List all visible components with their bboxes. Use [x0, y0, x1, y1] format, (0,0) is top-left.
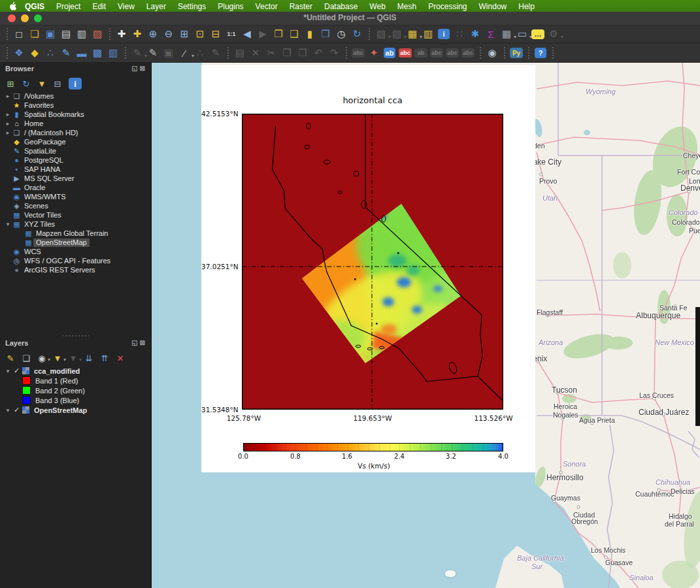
layer-item[interactable]: Band 2 (Green) — [0, 385, 151, 395]
toolbar-handle[interactable] — [525, 46, 531, 59]
layer-item[interactable]: Band 1 (Red) — [0, 376, 151, 385]
digitize-points-icon[interactable]: ∴ — [192, 46, 208, 60]
open-attribute-table-icon[interactable]: ▦ — [405, 27, 420, 41]
new-project-icon[interactable]: □ — [11, 27, 27, 41]
new-print-layout-icon[interactable]: ▤ — [58, 27, 74, 41]
expand-all-layers-icon[interactable]: ⇊ — [82, 352, 95, 364]
save-edits-icon[interactable]: ▣ — [161, 46, 176, 60]
pin-labels-icon[interactable]: ab — [414, 48, 427, 57]
browser-item[interactable]: ▶ MS SQL Server — [0, 174, 151, 183]
browser-item[interactable]: ● PostgreSQL — [0, 155, 151, 165]
browser-item[interactable]: ● ArcGIS REST Servers — [0, 265, 151, 274]
change-label-icon[interactable]: abc — [461, 48, 475, 57]
zoom-next-icon[interactable]: ▶ — [255, 27, 271, 41]
toolbar-handle[interactable] — [343, 46, 349, 59]
filter-legend-icon[interactable]: ▼ — [51, 352, 64, 364]
new-spatial-bookmark-icon[interactable]: ▮ — [302, 27, 318, 41]
field-calculator-icon[interactable]: ▥ — [420, 27, 436, 41]
menu-item[interactable]: View — [112, 2, 141, 11]
browser-item[interactable]: ▸ ▮ Spatial Bookmarks — [0, 110, 151, 119]
expander-icon[interactable]: ▸ — [4, 129, 12, 136]
new-map-view-icon[interactable]: ❐ — [271, 27, 286, 41]
refresh-map-icon[interactable]: ↻ — [349, 27, 365, 41]
highlight-labels-icon[interactable]: abc — [430, 48, 443, 57]
measure-icon[interactable]: ▭ — [514, 27, 530, 41]
menu-item[interactable]: Web — [363, 2, 391, 11]
manage-map-themes-icon[interactable]: ◉ — [35, 352, 48, 364]
select-by-expression-icon[interactable]: ▨ — [389, 27, 405, 41]
filter-by-expression-icon[interactable]: ▼ — [67, 352, 80, 364]
current-edits-icon[interactable]: ✎ — [129, 46, 145, 60]
undo-icon[interactable]: ↶ — [310, 46, 326, 60]
menu-item[interactable]: Settings — [172, 2, 212, 11]
toolbar-handle[interactable] — [122, 46, 128, 59]
processing-toolbox-icon[interactable]: ✱ — [467, 27, 483, 41]
menu-item[interactable]: QGIS — [19, 2, 50, 11]
layer-item[interactable]: ▾ ✓ OpenStreetMap — [0, 405, 151, 415]
expander-icon[interactable]: ▸ — [4, 93, 12, 99]
delete-selected-icon[interactable]: ✕ — [248, 46, 263, 60]
expander-icon[interactable]: ▾ — [4, 407, 12, 414]
expander-icon[interactable]: ▸ — [4, 111, 12, 118]
toolbar-handle[interactable] — [366, 27, 372, 41]
new-mesh-layer-icon[interactable]: ▩ — [90, 46, 105, 60]
browser-item[interactable]: ◈ Scenes — [0, 201, 151, 210]
layer-checkbox[interactable]: ✓ — [12, 406, 22, 414]
attribute-table-icon[interactable]: ▦ — [499, 27, 514, 41]
show-labels-icon[interactable]: abc — [352, 48, 365, 57]
data-source-manager-icon[interactable]: ❖ — [11, 46, 27, 60]
menu-item[interactable]: Raster — [284, 2, 318, 11]
expander-icon[interactable]: ▾ — [4, 368, 12, 374]
open-project-icon[interactable]: ❏ — [27, 27, 42, 41]
statistical-summary-icon[interactable]: ∷ — [452, 27, 467, 41]
move-label-icon[interactable]: abc — [446, 48, 459, 57]
menu-item[interactable]: Plugins — [212, 2, 249, 11]
expander-icon[interactable]: ▸ — [4, 120, 12, 127]
python-console-icon[interactable]: Py — [510, 48, 523, 58]
close-panel-icon[interactable]: ⊠ — [140, 339, 147, 346]
style-manager-icon[interactable]: ▨ — [90, 27, 105, 41]
browser-item[interactable]: ◎ WFS / OGC API - Features — [0, 256, 151, 265]
menu-item[interactable]: Edit — [86, 2, 112, 11]
toolbar-handle[interactable] — [4, 27, 10, 41]
layer-item[interactable]: ▾ ✓ cca_modified — [0, 366, 151, 376]
browser-item[interactable]: ★ Favorites — [0, 101, 151, 110]
menu-item[interactable]: Layer — [141, 2, 172, 11]
new-shapefile-layer-icon[interactable]: ∴ — [42, 46, 58, 60]
browser-item[interactable]: ▸ ❏ / (Macintosh HD) — [0, 128, 151, 137]
copy-features-icon[interactable]: ❐ — [279, 46, 295, 60]
statistics-icon[interactable]: Σ — [483, 27, 499, 41]
filter-browser-icon[interactable]: ▼ — [35, 78, 48, 90]
map-tips-icon[interactable]: … — [531, 29, 544, 39]
browser-item[interactable]: ▦ OpenStreetMap — [0, 238, 151, 247]
toolbar-handle[interactable] — [501, 46, 507, 59]
zoom-in-icon[interactable]: ⊕ — [145, 27, 161, 41]
menu-item[interactable]: Window — [473, 2, 513, 11]
cut-features-icon[interactable]: ✂ — [263, 46, 279, 60]
pan-map-icon[interactable]: ✚ — [114, 27, 129, 41]
browser-item[interactable]: ▸ ❏ /Volumes — [0, 91, 151, 101]
identify-features-icon[interactable]: i — [438, 29, 450, 39]
new-geopackage-layer-icon[interactable]: ◆ — [27, 46, 42, 60]
browser-item[interactable]: ▬ Oracle — [0, 183, 151, 192]
toolbar-handle[interactable] — [225, 46, 231, 59]
zoom-to-layer-icon[interactable]: ⊟ — [208, 27, 224, 41]
browser-item[interactable]: ▪ SAP HANA — [0, 165, 151, 174]
pan-to-selection-icon[interactable]: ✚ — [129, 27, 145, 41]
zoom-full-icon[interactable]: ⊞ — [176, 27, 192, 41]
layer-labeling-icon[interactable]: ab — [384, 48, 395, 58]
float-panel-icon[interactable]: ◱ — [131, 65, 139, 72]
menu-item[interactable]: Mesh — [392, 2, 422, 11]
zoom-native-icon[interactable]: 1:1 — [224, 27, 239, 41]
new-raster-layer-icon[interactable]: ▬ — [74, 46, 90, 60]
properties-widget-icon[interactable]: i — [69, 78, 82, 90]
collapse-all-icon[interactable]: ⊟ — [51, 78, 64, 90]
menu-item[interactable]: Processing — [422, 2, 473, 11]
menu-item[interactable]: Vector — [250, 2, 284, 11]
layout-manager-icon[interactable]: ▥ — [74, 27, 90, 41]
remove-layer-icon[interactable]: ✕ — [114, 352, 127, 364]
map-canvas[interactable]: WyomingOgdenSalt Lake CityProvoUtahCheye… — [152, 63, 700, 588]
browser-item[interactable]: ✎ SpatiaLite — [0, 146, 151, 155]
add-selected-layers-icon[interactable]: ⊞ — [4, 78, 17, 90]
close-panel-icon[interactable]: ⊠ — [140, 65, 147, 72]
